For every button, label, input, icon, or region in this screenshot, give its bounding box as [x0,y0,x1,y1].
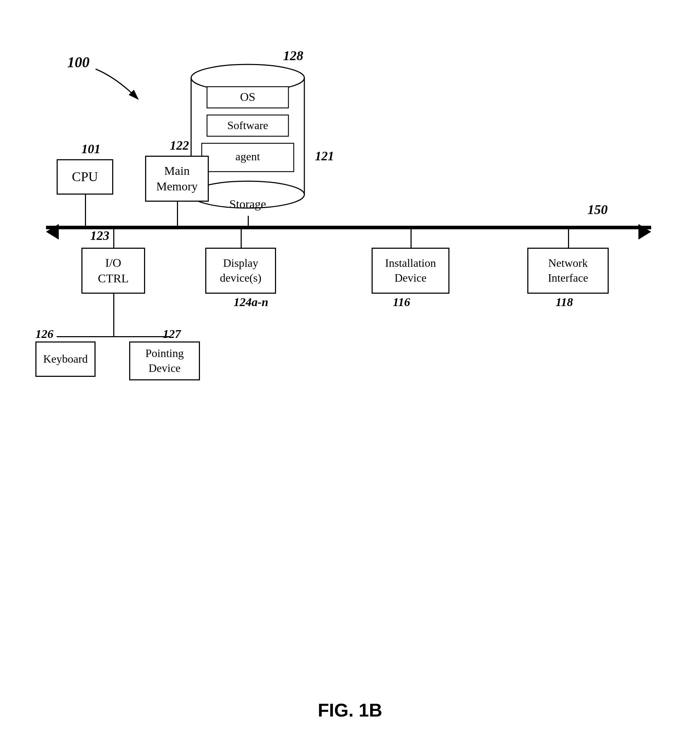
svg-text:100: 100 [67,54,90,71]
connector-network-bus [568,229,569,248]
svg-text:OS: OS [240,90,255,103]
connector-display-bus [241,229,242,248]
label-116: 116 [393,296,410,309]
svg-text:Software: Software [227,119,268,132]
pointing-box: PointingDevice [129,342,200,380]
figure-label: FIG. 1B [318,699,382,721]
svg-text:agent: agent [235,150,260,163]
connector-cpu-bus [85,194,86,226]
connector-io-h-right [113,336,170,337]
label-150: 150 [588,202,608,217]
keyboard-box: Keyboard [35,342,96,377]
display-box: Displaydevice(s) [205,248,276,294]
bus-arrow-right [638,224,651,240]
label-123: 123 [90,228,109,243]
label-124an: 124a-n [234,296,268,309]
label-128: 128 [283,48,303,63]
connector-memory-bus [177,202,178,226]
bus-line [46,226,651,229]
main-memory-box: MainMemory [145,156,209,202]
connector-io-bus [113,229,114,248]
label-101: 101 [81,141,100,156]
installation-box: InstallationDevice [371,248,449,294]
label-100-arrow: 100 [64,50,163,113]
connector-io-keyboard [113,294,114,336]
connector-io-h-left [57,336,113,337]
network-box: NetworkInterface [527,248,609,294]
label-126: 126 [35,327,53,341]
io-ctrl-box: I/OCTRL [81,248,145,294]
label-122: 122 [170,138,189,153]
label-121: 121 [315,149,334,163]
diagram-container: 100 128 OS Software agent Storage 1 [35,28,665,630]
connector-install-bus [411,229,411,248]
svg-text:Storage: Storage [229,197,266,211]
connector-storage-bus [248,216,249,227]
label-127: 127 [163,327,181,341]
label-118: 118 [556,296,573,309]
cpu-box: CPU [57,159,113,194]
